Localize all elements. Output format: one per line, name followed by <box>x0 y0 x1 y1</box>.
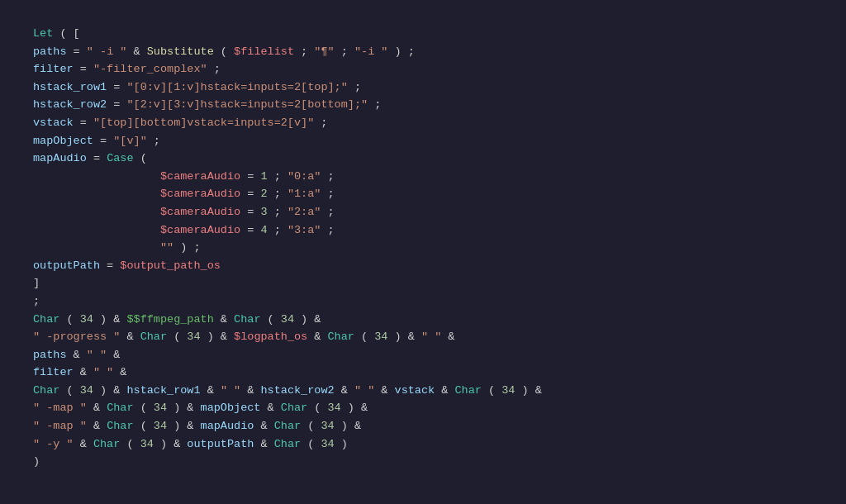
code-token: & <box>113 366 126 378</box>
code-token: Case <box>107 152 133 164</box>
code-token: mapObject <box>33 135 93 147</box>
code-token: 34 <box>328 402 341 414</box>
code-token: & <box>441 330 454 343</box>
code-token: 34 <box>321 420 334 432</box>
code-line: vstack = "[top][bottom]vstack=inputs=2[v… <box>33 114 813 132</box>
code-token: 34 <box>154 420 167 432</box>
code-token: Char <box>140 330 167 343</box>
code-token: & <box>307 330 327 343</box>
code-token: 4 <box>260 224 267 236</box>
code-token: Char <box>33 384 59 397</box>
code-line: $cameraAudio = 2 ; "1:a" ; <box>33 185 813 203</box>
code-token <box>33 241 160 254</box>
code-token: = <box>240 224 260 236</box>
code-token: Char <box>274 438 301 450</box>
code-token: ( <box>260 313 280 326</box>
code-token: mapObject <box>201 402 261 414</box>
code-token: ; <box>268 224 288 236</box>
code-line: $cameraAudio = 4 ; "3:a" ; <box>33 221 813 240</box>
code-token: ) & <box>201 330 235 343</box>
code-token: $$ffmpeg_path <box>126 313 213 326</box>
code-token: " -map " <box>33 420 87 432</box>
code-token: hstack_row1 <box>33 81 107 93</box>
code-token: 3 <box>260 206 267 218</box>
code-token: hstack_row2 <box>261 384 335 397</box>
code-token: ; <box>207 63 221 75</box>
code-token: ( <box>307 402 327 414</box>
code-token: 1 <box>260 170 267 183</box>
code-token: ) <box>335 438 348 450</box>
code-token: $filelist <box>234 45 294 58</box>
code-token: "[0:v][1:v]hstack=inputs=2[top];" <box>126 81 347 93</box>
code-token: " " <box>93 366 113 378</box>
code-line: outputPath = $output_path_os <box>33 257 813 275</box>
code-token: = <box>74 63 93 75</box>
code-line: " -map " & Char ( 34 ) & mapObject & Cha… <box>33 399 813 417</box>
code-token: ; <box>314 116 327 129</box>
code-token: = <box>67 45 87 58</box>
code-token: ( <box>120 438 140 450</box>
code-token: Substitute <box>147 45 214 58</box>
code-token: filter <box>33 63 74 75</box>
code-token: Char <box>93 438 120 450</box>
code-token: ; <box>294 45 314 58</box>
code-token: "1:a" <box>288 188 321 200</box>
code-line: ] <box>33 274 813 292</box>
code-token: ; <box>268 170 288 183</box>
code-token: & <box>374 384 394 397</box>
code-token: Char <box>107 420 133 432</box>
code-token: & <box>74 438 93 450</box>
code-token: vstack <box>33 116 74 129</box>
code-token: " " <box>421 330 441 343</box>
code-token: Char <box>274 420 301 432</box>
code-token: 34 <box>501 384 515 397</box>
code-token: ( <box>214 45 234 58</box>
code-token: $cameraAudio <box>160 170 240 183</box>
code-token: ; <box>321 188 334 200</box>
code-token: paths <box>33 45 67 58</box>
code-token: & <box>201 384 221 397</box>
code-token: Char <box>234 313 260 326</box>
code-token: ) & <box>335 420 361 432</box>
code-token: paths <box>33 349 67 361</box>
code-line: " -progress " & Char ( 34 ) & $logpath_o… <box>33 328 813 346</box>
code-token: ) & <box>167 420 201 432</box>
code-token: ) & <box>294 313 321 326</box>
code-token: & <box>107 349 120 361</box>
code-token: ; <box>321 224 334 236</box>
code-token: ; <box>147 135 160 147</box>
code-token: ) <box>33 455 40 468</box>
code-token: ) ; <box>387 45 414 58</box>
code-token: 34 <box>281 313 294 326</box>
code-line: mapAudio = Case ( <box>33 150 813 168</box>
code-token: ) & <box>387 330 421 343</box>
code-line: " -map " & Char ( 34 ) & mapAudio & Char… <box>33 417 813 435</box>
code-token: "3:a" <box>288 224 321 236</box>
code-token: ( <box>59 313 79 326</box>
code-token: mapAudio <box>33 152 87 164</box>
code-line: hstack_row2 = "[2:v][3:v]hstack=inputs=2… <box>33 96 813 114</box>
code-token: ( <box>354 330 374 343</box>
code-token: ; <box>321 206 334 218</box>
code-token: ( <box>167 330 187 343</box>
code-token: " " <box>221 384 240 397</box>
code-line: mapObject = "[v]" ; <box>33 132 813 150</box>
code-token <box>33 188 160 200</box>
code-line: ; <box>33 292 813 311</box>
code-token: ) & <box>93 313 127 326</box>
code-token: Char <box>33 313 59 326</box>
code-line: hstack_row1 = "[0:v][1:v]hstack=inputs=2… <box>33 78 813 97</box>
code-token: mapAudio <box>201 420 254 432</box>
code-token: Char <box>107 402 133 414</box>
code-token: = <box>93 135 113 147</box>
code-token: & <box>214 313 234 326</box>
code-token: Let <box>33 27 53 40</box>
code-token: "¶" <box>314 45 334 58</box>
code-token: ) & <box>515 384 541 397</box>
code-token: $cameraAudio <box>160 188 240 200</box>
code-token: ; <box>348 81 361 93</box>
code-token: outputPath <box>33 259 100 272</box>
code-token: & <box>335 384 354 397</box>
code-token: "2:a" <box>288 206 321 218</box>
code-line: filter = "-filter_complex" ; <box>33 60 813 78</box>
